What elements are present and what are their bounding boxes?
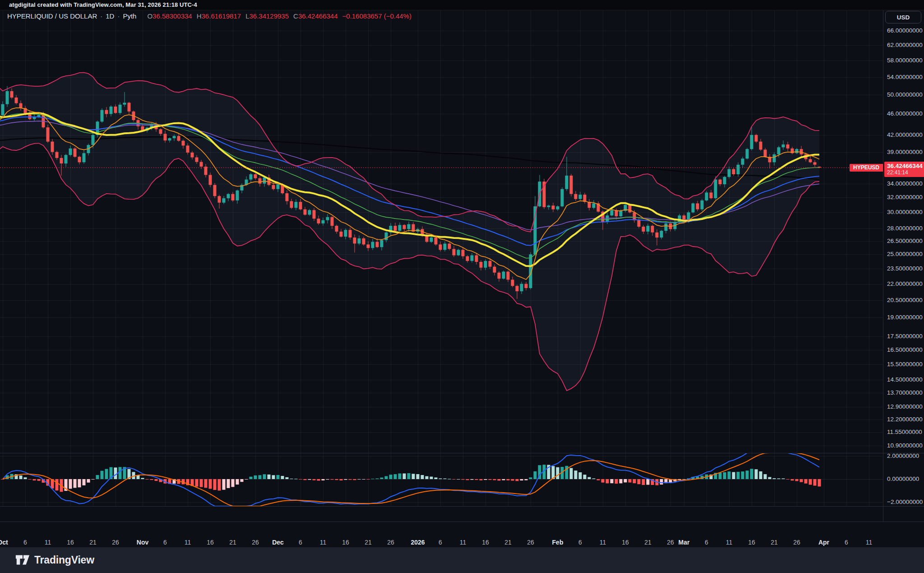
open-value: 36.58300334 bbox=[152, 12, 192, 20]
time-axis-label: 11 bbox=[185, 539, 191, 546]
time-axis-label: 26 bbox=[252, 539, 259, 546]
price-pane[interactable] bbox=[0, 73, 821, 391]
tradingview-logo[interactable]: TradingView bbox=[15, 554, 94, 566]
open-label: O bbox=[147, 12, 152, 20]
time-axis-label: 6 bbox=[845, 539, 848, 546]
price-axis-label: 16.50000000 bbox=[887, 347, 923, 353]
price-axis-label: 11.55000000 bbox=[887, 429, 922, 435]
time-axis-label: 16 bbox=[67, 539, 74, 546]
symbol-price-tag: HYPEUSD bbox=[850, 164, 883, 172]
time-axis-label: 16 bbox=[748, 539, 755, 546]
price-axis-label: 26.50000000 bbox=[887, 238, 923, 244]
price-axis-label: 39.00000000 bbox=[887, 149, 923, 155]
last-price-value: 36.42466344 bbox=[887, 163, 923, 170]
currency-toggle-button[interactable]: USD bbox=[885, 11, 921, 23]
time-axis-label: 6 bbox=[23, 539, 27, 546]
symbol-price-tag-label: HYPEUSD bbox=[853, 164, 879, 171]
time-axis-label: 21 bbox=[771, 539, 778, 546]
macd-axis-label: −2.00000000 bbox=[887, 499, 923, 505]
time-axis-label: Mar bbox=[679, 539, 690, 546]
price-axis-label: 15.50000000 bbox=[887, 361, 923, 368]
attribution-bar: atgdigital created with TradingView.com,… bbox=[0, 0, 924, 10]
price-axis-label: 34.00000000 bbox=[887, 181, 923, 187]
time-axis-label: Oct bbox=[0, 539, 8, 546]
time-axis-label: 11 bbox=[460, 539, 467, 546]
time-axis-label: 16 bbox=[342, 539, 349, 546]
footer-bar: TradingView bbox=[0, 547, 924, 573]
price-axis-label: 62.00000000 bbox=[887, 42, 923, 48]
high-value: 36.61619817 bbox=[202, 12, 241, 20]
time-axis-label: 6 bbox=[578, 539, 582, 546]
time-axis-label: 6 bbox=[299, 539, 302, 546]
price-axis-label: 12.90000000 bbox=[887, 404, 923, 410]
price-axis-label: 22.00000000 bbox=[887, 281, 923, 287]
time-axis-label: Dec bbox=[272, 539, 284, 546]
time-axis-label: 21 bbox=[644, 539, 651, 546]
time-axis-label: Apr bbox=[818, 539, 829, 546]
legend-separator: · bbox=[117, 12, 120, 20]
attribution-text: atgdigital created with TradingView.com,… bbox=[9, 0, 197, 10]
tradingview-published-chart: atgdigital created with TradingView.com,… bbox=[0, 0, 924, 573]
price-axis-label: 25.00000000 bbox=[887, 251, 923, 257]
time-axis-label: 21 bbox=[365, 539, 372, 546]
tradingview-logo-icon bbox=[15, 554, 30, 566]
chart-canvas[interactable] bbox=[0, 0, 924, 573]
legend-separator: · bbox=[100, 12, 102, 20]
price-axis-label: 32.00000000 bbox=[887, 194, 923, 200]
price-axis-label: 58.00000000 bbox=[887, 57, 923, 64]
price-axis-label: 20.50000000 bbox=[887, 297, 923, 303]
price-axis-label: 10.90000000 bbox=[887, 443, 923, 449]
provider-label: Pyth bbox=[123, 12, 136, 20]
bar-countdown: 22:41:14 bbox=[887, 170, 923, 176]
price-axis-label: 46.00000000 bbox=[887, 111, 923, 117]
price-axis-label: 19.00000000 bbox=[887, 314, 923, 321]
price-axis-label: 28.00000000 bbox=[887, 225, 923, 232]
time-axis-label: 6 bbox=[439, 539, 442, 546]
high-label: H bbox=[197, 12, 202, 20]
change-value: −0.16083657 (−0.44%) bbox=[342, 12, 411, 20]
time-axis-label: 26 bbox=[112, 539, 119, 546]
time-axis-label: 11 bbox=[866, 539, 873, 546]
time-axis[interactable]: Oct611162126Nov611162126Dec6111621262026… bbox=[0, 522, 883, 547]
time-axis-label: 26 bbox=[387, 539, 394, 546]
symbol-title[interactable]: HYPERLIQUID / US DOLLAR bbox=[7, 12, 97, 20]
close-value: 36.42466344 bbox=[298, 12, 338, 20]
price-axis-label: 13.70000000 bbox=[887, 390, 923, 396]
time-axis-label: 6 bbox=[705, 539, 708, 546]
price-axis-label: 23.50000000 bbox=[887, 266, 923, 272]
price-axis-label: 50.00000000 bbox=[887, 92, 923, 98]
low-value: 36.34129935 bbox=[249, 12, 289, 20]
time-axis-label: 11 bbox=[320, 539, 327, 546]
symbol-legend[interactable]: HYPERLIQUID / US DOLLAR·1D·PythO36.58300… bbox=[7, 12, 411, 20]
time-axis-label: 26 bbox=[667, 539, 674, 546]
price-axis-label: 14.50000000 bbox=[887, 377, 923, 383]
time-axis-label: 21 bbox=[504, 539, 512, 546]
time-axis-label: 16 bbox=[622, 539, 629, 546]
last-price-axis-label: 36.42466344 22:41:14 bbox=[884, 162, 924, 177]
time-axis-label: 26 bbox=[527, 539, 534, 546]
price-axis-label: 30.00000000 bbox=[887, 209, 923, 215]
bollinger-fill bbox=[0, 73, 819, 391]
time-axis-label: 21 bbox=[229, 539, 236, 546]
price-axis-label: 54.00000000 bbox=[887, 74, 923, 80]
time-axis-label: 16 bbox=[207, 539, 214, 546]
ohlc-values: O36.58300334H36.61619817L36.34129935C36.… bbox=[143, 12, 411, 20]
close-label: C bbox=[293, 12, 298, 20]
time-axis-label: 6 bbox=[163, 539, 167, 546]
price-axis-label: 17.50000000 bbox=[887, 333, 923, 340]
interval-label[interactable]: 1D bbox=[106, 12, 114, 20]
price-axis-label: 42.00000000 bbox=[887, 132, 923, 138]
macd-axis-label: 2.00000000 bbox=[887, 453, 919, 459]
time-axis-label: 26 bbox=[793, 539, 800, 546]
time-axis-label: 2026 bbox=[411, 539, 425, 546]
time-axis-label: 16 bbox=[482, 539, 489, 546]
tradingview-logo-text: TradingView bbox=[34, 554, 94, 566]
time-axis-label: Nov bbox=[137, 539, 148, 546]
time-axis-label: 21 bbox=[89, 539, 97, 546]
price-axis-label: 66.00000000 bbox=[887, 28, 923, 34]
currency-label: USD bbox=[897, 14, 910, 21]
price-axis-label: 12.20000000 bbox=[887, 416, 923, 423]
macd-axis-label: 0.00000000 bbox=[887, 476, 919, 482]
time-axis-label: 11 bbox=[600, 539, 606, 546]
price-axis[interactable]: 66.0000000062.0000000058.0000000054.0000… bbox=[883, 10, 924, 522]
